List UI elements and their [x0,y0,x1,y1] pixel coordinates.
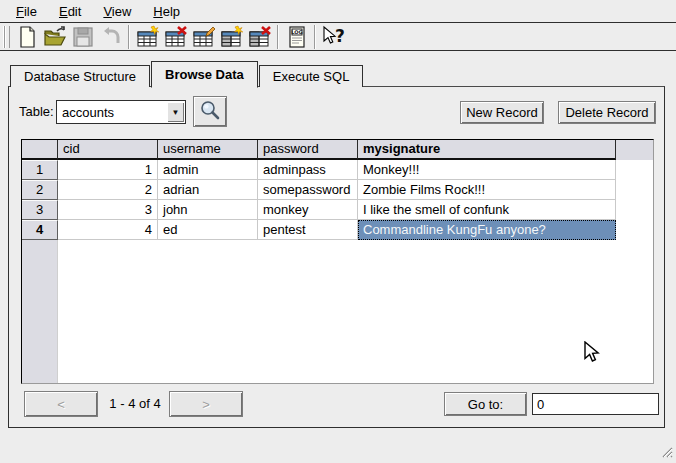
delete-index-button[interactable] [246,24,273,50]
save-database-icon [71,25,95,49]
menu-bar: FileEditViewHelp [0,0,676,23]
chevron-down-icon[interactable]: ▼ [167,102,184,122]
create-index-button[interactable] [218,24,245,50]
toolbar-separator [277,25,279,49]
column-header-username[interactable]: username [158,140,258,160]
cell-cid[interactable]: 2 [58,180,158,200]
row-number[interactable]: 4 [22,220,58,240]
new-database-button[interactable] [13,24,40,50]
row-number[interactable]: 2 [22,180,58,200]
cell-cid[interactable]: 4 [58,220,158,240]
delete-table-button[interactable] [162,24,189,50]
record-range-label: 1 - 4 of 4 [98,396,172,411]
cell-username[interactable]: john [158,200,258,220]
revert-changes-button[interactable] [97,24,124,50]
new-record-button[interactable]: New Record [460,101,544,124]
create-index-icon [220,25,244,49]
table-select[interactable]: accounts ▼ [56,100,186,124]
grid-header: cidusernamepasswordmysignature [22,140,653,160]
cell-mysignature[interactable]: Commandline KungFu anyone? [358,220,616,240]
create-table-button[interactable] [134,24,161,50]
cell-password[interactable]: pentest [258,220,358,240]
tab-browse-data[interactable]: Browse Data [151,61,258,88]
table-row: 44edpentestCommandline KungFu anyone? [22,220,653,240]
cell-cid[interactable]: 3 [58,200,158,220]
browse-data-panel: Table: accounts ▼ New Record Delete Reco… [8,86,665,428]
toolbar-separator [128,25,130,49]
grid-corner-cell [22,140,58,160]
goto-button[interactable]: Go to: [444,392,527,416]
cell-username[interactable]: ed [158,220,258,240]
grid-header-filler [616,140,653,160]
grid-empty-area [22,240,653,383]
open-database-button[interactable] [41,24,68,50]
new-database-icon [15,25,39,49]
goto-input[interactable] [532,393,659,415]
delete-record-button[interactable]: Delete Record [558,101,656,124]
tab-execute-sql[interactable]: Execute SQL [259,65,364,87]
row-gutter-strip [22,240,58,383]
whats-this-icon: ? [321,25,347,49]
data-grid: cidusernamepasswordmysignature 11adminad… [21,139,654,384]
cell-username[interactable]: adrian [158,180,258,200]
resize-grip[interactable] [659,444,673,461]
grid-empty-white [58,240,653,383]
column-header-password[interactable]: password [258,140,358,160]
svg-text:LOG: LOG [291,29,302,35]
create-table-icon [136,25,160,49]
modify-table-icon [192,25,216,49]
log-icon: LOG [285,25,309,49]
table-select-value: accounts [57,105,167,120]
table-label: Table: [19,104,54,119]
search-button[interactable] [193,96,227,127]
whats-this-button[interactable]: ? [320,24,347,50]
menu-item-help[interactable]: Help [143,2,190,21]
cell-username[interactable]: admin [158,160,258,180]
table-row: 33johnmonkeyI like the smell of confunk [22,200,653,220]
menu-item-view[interactable]: View [93,2,141,21]
toolbar: LOG ? [0,24,676,51]
cell-password[interactable]: monkey [258,200,358,220]
cell-mysignature[interactable]: Zombie Films Rock!!! [358,180,616,200]
delete-index-icon [248,25,272,49]
modify-table-button[interactable] [190,24,217,50]
row-number[interactable]: 3 [22,200,58,220]
table-row: 22adriansomepasswordZombie Films Rock!!! [22,180,653,200]
cell-password[interactable]: adminpass [258,160,358,180]
column-header-mysignature[interactable]: mysignature [358,140,616,160]
toolbar-drag-handle[interactable] [4,26,10,48]
tab-bar: Database StructureBrowse DataExecute SQL [10,60,364,87]
log-button[interactable]: LOG [283,24,310,50]
revert-changes-icon [99,25,123,49]
svg-text:?: ? [335,26,345,46]
cell-mysignature[interactable]: I like the smell of confunk [358,200,616,220]
menu-item-edit[interactable]: Edit [49,2,91,21]
grid-body: 11adminadminpassMonkey!!!22adriansomepas… [22,160,653,383]
cell-cid[interactable]: 1 [58,160,158,180]
cell-mysignature[interactable]: Monkey!!! [358,160,616,180]
previous-page-button[interactable]: < [24,391,98,417]
next-page-button[interactable]: > [169,391,243,417]
toolbar-separator [314,25,316,49]
open-database-icon [43,25,67,49]
save-database-button[interactable] [69,24,96,50]
delete-table-icon [164,25,188,49]
search-icon [199,99,221,124]
cell-password[interactable]: somepassword [258,180,358,200]
table-row: 11adminadminpassMonkey!!! [22,160,653,180]
row-number[interactable]: 1 [22,160,58,180]
menu-item-file[interactable]: File [6,2,47,21]
app-window: FileEditViewHelp [0,0,676,463]
column-header-cid[interactable]: cid [58,140,158,160]
tab-database-structure[interactable]: Database Structure [10,65,150,87]
